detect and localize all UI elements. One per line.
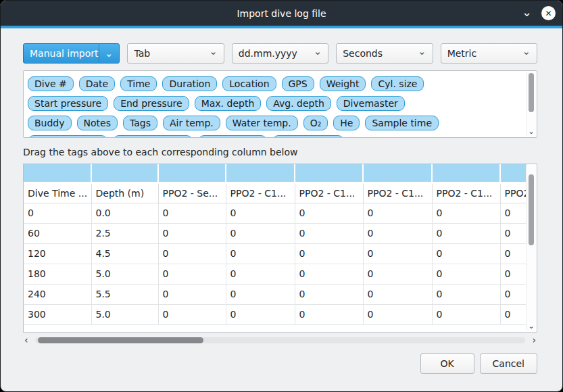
instruction-text: Drag the tags above to each correspondin… — [23, 147, 537, 157]
window-title: Import dive log file — [237, 8, 326, 19]
cell: 0 — [432, 203, 500, 223]
tag-sample-depth[interactable]: Sample depth — [28, 135, 107, 138]
tag-row: Dive # Date Time Duration Location GPS W… — [28, 76, 520, 91]
cell: 0 — [158, 243, 226, 264]
table-row: 60 2.5 0 0 0 0 0 0 — [24, 223, 527, 243]
scroll-right-icon[interactable]: › — [532, 335, 536, 345]
close-icon: ✕ — [545, 9, 552, 18]
tag-weight[interactable]: Weight — [320, 76, 366, 91]
titlebar-controls: ⌄ ✕ — [522, 1, 556, 26]
chevron-down-icon: ⌄ — [314, 48, 322, 55]
column-header: Dive Time ... — [24, 182, 91, 203]
tag-buddy[interactable]: Buddy — [28, 116, 72, 130]
cell: 0 — [226, 223, 295, 243]
tag-max-depth[interactable]: Max. depth — [195, 96, 262, 111]
column-header: PPO2 - C1... — [226, 182, 295, 203]
cell: 0 — [432, 243, 500, 264]
column-drop-target[interactable] — [295, 164, 363, 182]
ok-button[interactable]: OK — [420, 353, 474, 374]
tag-water-temp[interactable]: Water temp. — [226, 116, 298, 130]
tag-sample-cns[interactable]: Sample CNS — [272, 135, 344, 138]
tag-start-pressure[interactable]: Start pressure — [28, 96, 108, 111]
field-separator-value: Tab — [134, 48, 209, 59]
tag-cyl-size[interactable]: Cyl. size — [371, 76, 424, 91]
tag-air-temp[interactable]: Air temp. — [163, 116, 220, 130]
cell: 0 — [158, 223, 226, 243]
table-viewport: Dive Time ... Depth (m) PPO2 - Se... PPO… — [24, 164, 527, 332]
close-button[interactable]: ✕ — [541, 6, 556, 20]
cell: 0 — [226, 304, 295, 324]
header-row: Dive Time ... Depth (m) PPO2 - Se... PPO… — [24, 182, 527, 203]
tag-he[interactable]: He — [333, 116, 360, 130]
tag-duration[interactable]: Duration — [162, 76, 217, 91]
cell: 5.5 — [91, 284, 158, 304]
field-separator-select[interactable]: Tab ⌄ — [127, 43, 224, 64]
import-mode-select[interactable]: Manual import ⌄ — [23, 43, 120, 64]
scroll-left-icon[interactable]: ‹ — [24, 335, 28, 345]
dialog-button-row: OK Cancel — [23, 353, 537, 374]
units-select[interactable]: Metric ⌄ — [441, 43, 537, 64]
duration-format-select[interactable]: Seconds ⌄ — [336, 43, 433, 64]
tag-date[interactable]: Date — [79, 76, 115, 91]
dialog-content: Manual import ⌄ Tab ⌄ dd.mm.yyyy ⌄ Secon… — [1, 28, 562, 391]
chevron-down-icon: ⌄ — [99, 44, 114, 63]
tag-row: Buddy Notes Tags Air temp. Water temp. O… — [28, 116, 520, 130]
cell: 0 — [226, 203, 295, 223]
table-scrollbar[interactable]: ⌄ — [526, 165, 536, 331]
column-drop-target[interactable] — [24, 164, 91, 182]
horizontal-scrollbar[interactable]: ‹ › — [23, 335, 537, 346]
cell: 0 — [158, 264, 226, 284]
cell: 0 — [158, 284, 226, 304]
tags-scrollbar-thumb[interactable] — [529, 73, 534, 112]
column-drop-target[interactable] — [363, 164, 432, 182]
scroll-down-icon[interactable]: ⌄ — [527, 127, 536, 136]
table-row: 0 0.0 0 0 0 0 0 0 — [24, 203, 527, 223]
horizontal-scrollbar-thumb[interactable] — [38, 337, 203, 343]
chevron-down-icon: ⌄ — [209, 48, 218, 55]
cell: 0 — [432, 264, 500, 284]
chevron-down-icon[interactable]: ⌄ — [522, 7, 532, 17]
preview-table-panel: Dive Time ... Depth (m) PPO2 - Se... PPO… — [23, 164, 537, 333]
column-drop-target[interactable] — [500, 164, 527, 182]
column-drop-target[interactable] — [432, 164, 500, 182]
cell: 0 — [24, 203, 91, 223]
window-titlebar: Import dive log file ⌄ ✕ — [1, 1, 562, 26]
scroll-down-icon[interactable]: ⌄ — [527, 322, 536, 330]
units-value: Metric — [447, 48, 522, 59]
column-drop-target[interactable] — [91, 164, 158, 182]
cell: 0 — [158, 203, 226, 223]
tag-gps[interactable]: GPS — [282, 76, 314, 91]
cell: 0 — [226, 284, 295, 304]
cell: 0 — [432, 223, 500, 243]
tag-sample-temp[interactable]: Sample temp. — [113, 135, 193, 138]
tag-tags[interactable]: Tags — [123, 116, 157, 130]
tag-notes[interactable]: Notes — [77, 116, 118, 130]
tag-location[interactable]: Location — [222, 76, 276, 91]
horizontal-scrollbar-track[interactable] — [35, 337, 525, 343]
cell: 60 — [24, 223, 91, 243]
tag-o2[interactable]: O₂ — [303, 116, 328, 130]
cell: 0 — [295, 203, 363, 223]
options-row: Manual import ⌄ Tab ⌄ dd.mm.yyyy ⌄ Secon… — [23, 43, 537, 64]
tag-avg-depth[interactable]: Avg. depth — [266, 96, 331, 111]
tag-time[interactable]: Time — [120, 76, 157, 91]
cancel-button[interactable]: Cancel — [480, 353, 537, 374]
cell: 0 — [363, 304, 432, 324]
tag-divemaster[interactable]: Divemaster — [337, 96, 405, 111]
column-drop-target[interactable] — [226, 164, 295, 182]
table-scrollbar-thumb[interactable] — [529, 174, 534, 245]
tag-sample-time[interactable]: Sample time — [365, 116, 439, 130]
date-format-select[interactable]: dd.mm.yyyy ⌄ — [232, 43, 328, 64]
tag-dive-number[interactable]: Dive # — [28, 76, 74, 91]
column-header: PPO2 - Se... — [158, 182, 226, 203]
cell: 0 — [500, 284, 527, 304]
tag-sample-po2[interactable]: Sample pO₂ — [198, 135, 267, 138]
column-header: PPO2 — [500, 182, 527, 203]
cell: 0 — [226, 264, 295, 284]
column-drop-target[interactable] — [158, 164, 226, 182]
table-row: 240 5.5 0 0 0 0 0 0 — [24, 284, 527, 304]
cell: 0 — [295, 223, 363, 243]
table-row: 120 4.5 0 0 0 0 0 0 — [24, 243, 527, 264]
tag-end-pressure[interactable]: End pressure — [114, 96, 189, 111]
tags-scrollbar[interactable]: ⌄ — [526, 72, 536, 137]
